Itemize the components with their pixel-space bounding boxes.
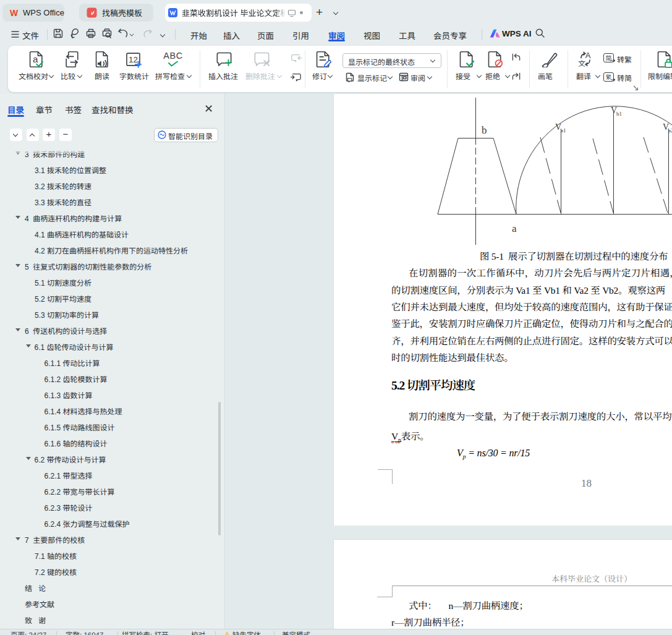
- svg-text:a2: a2: [668, 127, 672, 134]
- svg-text:W: W: [10, 7, 19, 17]
- svg-text:a1: a1: [561, 127, 566, 134]
- svg-text:12: 12: [129, 55, 138, 64]
- svg-text:b1: b1: [616, 111, 622, 117]
- svg-text:ABC: ABC: [163, 51, 182, 61]
- svg-text:a: a: [512, 223, 517, 234]
- svg-text:文: 文: [578, 58, 585, 68]
- svg-text:a: a: [33, 54, 38, 64]
- svg-text:A: A: [585, 51, 591, 60]
- svg-text:b: b: [482, 124, 487, 136]
